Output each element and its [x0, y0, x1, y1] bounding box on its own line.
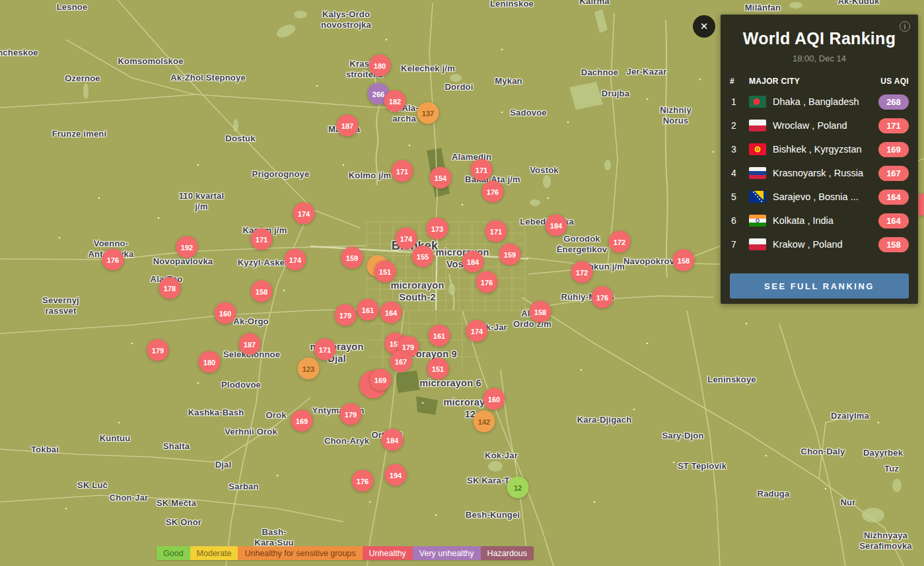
- aqi-marker[interactable]: 187: [239, 334, 261, 355]
- aqi-marker[interactable]: 160: [483, 388, 505, 410]
- aqi-marker[interactable]: 164: [380, 302, 402, 324]
- aqi-marker[interactable]: 178: [159, 277, 181, 299]
- aqi-marker[interactable]: 180: [369, 55, 391, 77]
- aqi-marker[interactable]: 184: [382, 429, 404, 451]
- aqi-marker[interactable]: 155: [412, 246, 434, 267]
- city-name: Bishkek , Kyrgyzstan: [773, 144, 878, 155]
- aqi-marker[interactable]: 12: [507, 477, 529, 499]
- aqi-badge: 268: [878, 94, 909, 110]
- aqi-marker[interactable]: 169: [291, 410, 313, 432]
- rank-number: 4: [730, 168, 749, 178]
- aqi-marker[interactable]: 171: [485, 221, 507, 242]
- column-rank: #: [730, 77, 749, 86]
- aqi-marker[interactable]: 176: [352, 470, 374, 492]
- aqi-marker[interactable]: 176: [592, 287, 614, 308]
- city-name: Kolkata , India: [773, 215, 878, 226]
- rank-number: 1: [730, 96, 749, 107]
- aqi-marker[interactable]: 167: [390, 351, 412, 372]
- aqi-marker[interactable]: 159: [341, 247, 363, 269]
- country-flag-ba: [749, 191, 766, 203]
- aqi-marker[interactable]: 172: [571, 262, 593, 283]
- rank-number: 2: [730, 120, 749, 131]
- see-full-ranking-button[interactable]: SEE FULL RANKING: [730, 273, 909, 299]
- aqi-marker[interactable]: 174: [293, 203, 315, 225]
- aqi-marker[interactable]: 154: [430, 167, 452, 189]
- aqi-marker[interactable]: 161: [429, 325, 450, 347]
- aqi-marker[interactable]: 158: [673, 250, 695, 271]
- aqi-marker[interactable]: 173: [427, 218, 448, 240]
- country-flag-in: [749, 215, 766, 227]
- ranking-row[interactable]: 4Krasnoyarsk , Russia167: [721, 161, 918, 185]
- aqi-marker[interactable]: 174: [285, 249, 306, 271]
- column-city: MAJOR CITY: [749, 77, 800, 86]
- rank-number: 3: [730, 144, 749, 155]
- aqi-marker[interactable]: 174: [466, 320, 488, 342]
- aqi-badge: 169: [878, 142, 909, 157]
- country-flag-ru: [749, 167, 766, 179]
- aqi-marker[interactable]: 182: [384, 90, 406, 112]
- aqi-marker[interactable]: 179: [340, 404, 362, 425]
- aqi-marker[interactable]: 172: [609, 231, 631, 253]
- aqi-marker[interactable]: 180: [199, 351, 221, 373]
- close-panel-button[interactable]: ✕: [693, 15, 715, 38]
- aqi-marker[interactable]: 176: [476, 271, 498, 293]
- city-name: Wroclaw , Poland: [773, 120, 878, 131]
- aqi-marker[interactable]: 158: [530, 301, 551, 323]
- world-aqi-ranking-panel: i World AQI Ranking 18:00, Dec 14 # MAJO…: [721, 15, 918, 304]
- aqi-marker[interactable]: 171: [314, 339, 336, 361]
- aqi-marker[interactable]: 161: [357, 299, 379, 321]
- aqi-marker[interactable]: 179: [147, 339, 169, 361]
- ranking-row[interactable]: 3Bishkek , Kyrgyzstan169: [721, 137, 918, 161]
- air-quality-map[interactable]: LesnoeLeninskoeKairmaMilânfanAk-Kuduknch…: [0, 0, 924, 566]
- aqi-marker[interactable]: 169: [370, 369, 392, 391]
- info-icon[interactable]: i: [900, 21, 910, 32]
- aqi-marker[interactable]: 192: [176, 236, 198, 258]
- legend-item-unhealthy: Unhealthy: [363, 546, 413, 560]
- legend-item-moderate: Moderate: [190, 546, 238, 560]
- close-icon: ✕: [700, 20, 709, 32]
- legend-item-unhealthy-for-sensitive-groups: Unhealthy for sensitive groups: [238, 546, 362, 560]
- rank-number: 5: [730, 192, 749, 202]
- aqi-marker[interactable]: 123: [298, 358, 320, 380]
- aqi-marker[interactable]: 171: [392, 160, 413, 182]
- aqi-marker[interactable]: 174: [396, 228, 417, 250]
- country-flag-bd: [749, 96, 766, 108]
- aqi-badge: 167: [878, 166, 909, 181]
- ranking-rows: 1Dhaka , Bangladesh2682Wroclaw , Poland1…: [721, 90, 918, 256]
- country-flag-pl: [749, 120, 766, 131]
- aqi-marker[interactable]: 171: [471, 159, 493, 181]
- aqi-badge: 171: [878, 118, 909, 133]
- city-name: Sarajevo , Bosnia ...: [773, 192, 878, 202]
- city-name: Dhaka , Bangladesh: [773, 96, 878, 107]
- aqi-marker[interactable]: 151: [427, 358, 449, 380]
- aqi-marker[interactable]: 142: [474, 411, 495, 433]
- aqi-marker[interactable]: 151: [374, 261, 396, 283]
- aqi-marker[interactable]: 176: [102, 249, 124, 271]
- aqi-badge: 164: [878, 213, 909, 229]
- legend-item-hazardous: Hazardous: [481, 546, 534, 560]
- aqi-marker[interactable]: 194: [385, 464, 407, 486]
- legend-item-very-unhealthy: Very unhealthy: [413, 546, 481, 560]
- country-flag-pl: [749, 238, 766, 250]
- ranking-row[interactable]: 7Krakow , Poland158: [721, 232, 918, 256]
- aqi-marker[interactable]: 184: [546, 215, 567, 236]
- city-name: Krakow , Poland: [773, 239, 878, 250]
- aqi-marker[interactable]: 171: [251, 229, 273, 250]
- aqi-marker[interactable]: 184: [462, 251, 484, 273]
- rank-number: 6: [730, 215, 749, 226]
- aqi-badge: 158: [878, 237, 909, 252]
- ranking-row[interactable]: 6Kolkata , India164: [721, 209, 918, 232]
- ranking-row[interactable]: 1Dhaka , Bangladesh268: [721, 90, 918, 114]
- aqi-marker[interactable]: 176: [482, 181, 504, 203]
- legend-item-good: Good: [157, 546, 190, 560]
- ranking-column-headers: # MAJOR CITY US AQI: [721, 77, 918, 86]
- ranking-row[interactable]: 5Sarajevo , Bosnia ...164: [721, 185, 918, 209]
- aqi-marker[interactable]: 179: [335, 304, 357, 326]
- ranking-row[interactable]: 2Wroclaw , Poland171: [721, 114, 918, 137]
- aqi-marker[interactable]: 158: [251, 281, 273, 302]
- aqi-marker[interactable]: 160: [215, 302, 236, 324]
- aqi-marker[interactable]: 159: [499, 244, 521, 265]
- aqi-marker[interactable]: 187: [337, 115, 359, 137]
- aqi-marker[interactable]: 137: [417, 102, 439, 124]
- panel-title: World AQI Ranking: [721, 29, 918, 48]
